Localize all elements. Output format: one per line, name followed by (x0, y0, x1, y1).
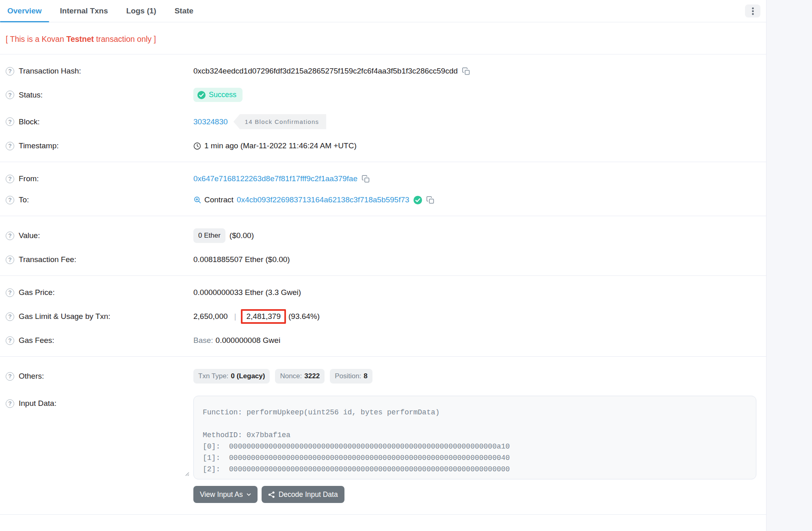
status-badge: Success (193, 88, 243, 102)
testnet-notice: [ This is a Kovan Testnet transaction on… (6, 35, 760, 44)
tab-internal-txns[interactable]: Internal Txns (53, 0, 115, 22)
help-icon[interactable] (6, 372, 14, 381)
to-address-link[interactable]: 0x4cb093f226983713164a62138c3f718a5b595f… (237, 195, 409, 204)
transaction-fee-label: Transaction Fee: (19, 255, 76, 264)
help-icon[interactable] (6, 175, 14, 183)
gas-fees-base-value: 0.000000008 Gwei (216, 336, 281, 345)
row-others: Others: Txn Type: 0 (Legacy) Nonce: 3222… (6, 369, 760, 384)
tab-bar: Overview Internal Txns Logs (1) State (0, 0, 766, 22)
copy-txhash-button[interactable] (462, 67, 470, 76)
chevron-down-icon (247, 493, 251, 496)
block-label: Block: (19, 117, 40, 126)
block-confirmations-badge: 14 Block Confirmations (234, 114, 327, 129)
timestamp-label: Timestamp: (19, 141, 59, 150)
row-gas-fees: Gas Fees: Base: 0.000000008 Gwei (6, 336, 760, 345)
transaction-hash-value: 0xcb324eedcd1d07296fdf3d215a2865275f159c… (193, 67, 458, 76)
transaction-fee-value: 0.0081885507 Ether ($0.00) (193, 255, 290, 264)
position-badge: Position: 8 (330, 369, 372, 384)
from-address-link[interactable]: 0x647e7168122263d8e7f81f17fff9c2f1aa379f… (193, 174, 357, 183)
gas-separator: | (234, 312, 236, 321)
help-icon[interactable] (6, 232, 14, 240)
view-input-as-button[interactable]: View Input As (193, 486, 258, 503)
nonce-badge: Nonce: 3222 (275, 369, 325, 384)
timestamp-value: 1 min ago (Mar-11-2022 11:46:24 AM +UTC) (204, 141, 357, 150)
testnet-notice-suffix: transaction only ] (94, 35, 156, 43)
transaction-hash-label: Transaction Hash: (19, 67, 81, 76)
others-label: Others: (19, 372, 44, 381)
position-value: 8 (364, 372, 367, 380)
copy-icon (426, 196, 435, 204)
ether-value-badge: 0 Ether (193, 228, 225, 243)
from-label: From: (19, 174, 39, 183)
view-input-as-label: View Input As (200, 490, 243, 499)
gas-fees-label: Gas Fees: (19, 336, 54, 345)
status-badge-text: Success (209, 91, 236, 99)
tab-logs[interactable]: Logs (1) (119, 0, 164, 22)
decode-input-data-label: Decode Input Data (279, 490, 338, 499)
row-from: From: 0x647e7168122263d8e7f81f17fff9c2f1… (6, 174, 760, 183)
help-icon[interactable] (6, 196, 14, 204)
nonce-value: 3222 (304, 372, 320, 380)
copy-icon (462, 67, 470, 76)
gas-price-value: 0.0000000033 Ether (3.3 Gwei) (193, 288, 301, 297)
copy-icon (362, 175, 370, 183)
position-label: Position: (335, 372, 361, 380)
txn-type-badge: Txn Type: 0 (Legacy) (193, 369, 270, 384)
transaction-card: Overview Internal Txns Logs (1) State [ … (0, 0, 767, 531)
gas-price-label: Gas Price: (19, 288, 55, 297)
help-icon[interactable] (6, 399, 14, 408)
help-icon[interactable] (6, 91, 14, 99)
row-gas-price: Gas Price: 0.0000000033 Ether (3.3 Gwei) (6, 288, 760, 297)
help-icon[interactable] (6, 312, 14, 321)
testnet-notice-bold: Testnet (66, 35, 94, 43)
value-label: Value: (19, 231, 40, 240)
row-transaction-hash: Transaction Hash: 0xcb324eedcd1d07296fdf… (6, 67, 760, 76)
tab-overview[interactable]: Overview (0, 0, 49, 22)
tabs: Overview Internal Txns Logs (1) State (0, 0, 204, 22)
copy-to-button[interactable] (426, 196, 435, 204)
help-icon[interactable] (6, 256, 14, 264)
row-block: Block: 30324830 14 Block Confirmations (6, 114, 760, 129)
to-type-label: Contract (204, 195, 234, 204)
gas-limit-value: 2,650,000 (193, 312, 228, 321)
help-icon[interactable] (6, 336, 14, 345)
gas-used-annotation-box: 2,481,379 (241, 309, 286, 324)
gas-fees-base-label: Base: (193, 336, 213, 345)
page-gutter (767, 0, 812, 531)
decode-input-data-button[interactable]: Decode Input Data (262, 486, 344, 503)
row-status: Status: Success (6, 88, 760, 102)
copy-from-button[interactable] (362, 175, 370, 183)
txn-type-value: 0 (Legacy) (231, 372, 265, 380)
section-value: Value: 0 Ether ($0.00) Transaction Fee: … (0, 216, 766, 275)
testnet-notice-prefix: [ This is a Kovan (6, 35, 66, 43)
help-icon[interactable] (6, 67, 14, 76)
gas-limit-label: Gas Limit & Usage by Txn: (19, 312, 110, 321)
help-icon[interactable] (6, 117, 14, 126)
status-label: Status: (19, 91, 43, 100)
decode-icon (268, 491, 275, 498)
to-label: To: (19, 195, 29, 204)
nonce-label: Nonce: (280, 372, 302, 380)
divider (0, 514, 766, 515)
vertical-dots-icon (752, 7, 754, 15)
section-others-input: Others: Txn Type: 0 (Legacy) Nonce: 3222… (0, 357, 766, 514)
tab-state[interactable]: State (167, 0, 201, 22)
help-icon[interactable] (6, 142, 14, 150)
block-number-link[interactable]: 30324830 (193, 117, 228, 126)
row-to: To: Contract 0x4cb093f226983713164a62138… (6, 195, 760, 204)
row-timestamp: Timestamp: 1 min ago (Mar-11-2022 11:46:… (6, 141, 760, 150)
zoom-in-icon[interactable] (193, 196, 201, 204)
section-gas: Gas Price: 0.0000000033 Ether (3.3 Gwei)… (0, 276, 766, 356)
row-gas-limit-usage: Gas Limit & Usage by Txn: 2,650,000 | 2,… (6, 309, 760, 324)
more-options-button[interactable] (745, 4, 760, 17)
transaction-page: Overview Internal Txns Logs (1) State [ … (0, 0, 812, 531)
clock-icon (193, 142, 201, 150)
section-summary: Transaction Hash: 0xcb324eedcd1d07296fdf… (0, 54, 766, 162)
input-data-textarea[interactable]: Function: performUpkeep(uint256 id, byte… (193, 396, 756, 479)
success-check-icon (197, 91, 206, 99)
input-actions: View Input As (193, 486, 760, 503)
row-input-data: Input Data: Function: performUpkeep(uint… (6, 396, 760, 503)
row-value: Value: 0 Ether ($0.00) (6, 228, 760, 243)
help-icon[interactable] (6, 288, 14, 297)
txn-type-label: Txn Type: (198, 372, 228, 380)
